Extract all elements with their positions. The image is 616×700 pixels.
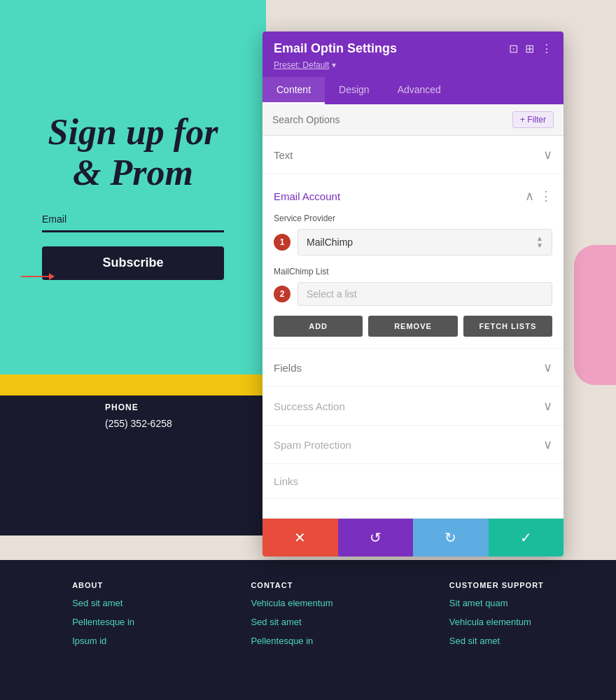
redo-button[interactable]: ↻ bbox=[413, 519, 489, 556]
email-account-dots-icon[interactable]: ⋮ bbox=[540, 188, 552, 204]
save-button[interactable]: ✓ bbox=[489, 519, 564, 556]
phone-block: PHONE (255) 352-6258 bbox=[105, 402, 172, 429]
panel-header-icons: ⊡ ⊞ ⋮ bbox=[509, 42, 552, 55]
footer-contact-link-3[interactable]: Pellentesque in bbox=[251, 636, 332, 646]
add-button[interactable]: ADD bbox=[274, 316, 363, 337]
footer-about-heading: ABOUT bbox=[72, 581, 134, 589]
links-section-row[interactable]: Links bbox=[262, 464, 564, 499]
tab-design[interactable]: Design bbox=[325, 77, 384, 104]
tab-content[interactable]: Content bbox=[262, 77, 325, 104]
service-provider-label: Service Provider bbox=[274, 214, 552, 223]
text-chevron-icon: ∨ bbox=[543, 147, 552, 162]
bottom-bar: ✕ ↺ ↻ ✓ bbox=[262, 518, 564, 556]
fields-section-row[interactable]: Fields ∨ bbox=[262, 349, 564, 387]
email-input-underline bbox=[42, 230, 224, 232]
more-options-icon[interactable]: ⋮ bbox=[541, 42, 552, 55]
footer-contact-heading: CONTACT bbox=[251, 581, 332, 589]
footer-about-link-3[interactable]: Ipsum id bbox=[72, 636, 134, 646]
fetch-lists-button[interactable]: FETCH LISTS bbox=[463, 316, 552, 337]
footer-support-link-3[interactable]: Sed sit amet bbox=[449, 636, 544, 646]
tab-advanced[interactable]: Advanced bbox=[384, 77, 455, 104]
footer-about-link-1[interactable]: Sed sit amet bbox=[72, 598, 134, 608]
footer-support-link-1[interactable]: Sit amet quam bbox=[449, 598, 544, 608]
footer-section: ABOUT Sed sit amet Pellentesque in Ipsum… bbox=[0, 560, 616, 700]
footer-about-link-2[interactable]: Pellentesque in bbox=[72, 617, 134, 627]
hero-title-line2: & Prom bbox=[73, 153, 193, 192]
tabs-row: Content Design Advanced bbox=[262, 77, 564, 104]
service-provider-row: 1 MailChimp ▲ ▼ bbox=[274, 229, 552, 255]
search-input[interactable] bbox=[272, 114, 512, 125]
email-account-content: Service Provider 1 MailChimp ▲ ▼ MailChi… bbox=[262, 214, 564, 348]
preset-label: Preset: Default ▾ bbox=[274, 60, 552, 70]
hero-title: Sign up for & Prom bbox=[27, 112, 239, 192]
filter-button[interactable]: + Filter bbox=[512, 111, 554, 128]
success-action-label: Success Action bbox=[274, 400, 345, 412]
footer-col-support: CUSTOMER SUPPORT Sit amet quam Vehicula … bbox=[449, 581, 544, 679]
panel-content: Text ∨ Email Account ∧ ⋮ Service Provide… bbox=[262, 136, 564, 518]
footer-contact-link-2[interactable]: Sed sit amet bbox=[251, 617, 332, 627]
footer-contact-link-1[interactable]: Vehicula elementum bbox=[251, 598, 332, 608]
subscribe-button[interactable]: Subscribe bbox=[42, 246, 224, 280]
fields-chevron-icon: ∨ bbox=[543, 360, 552, 375]
select-arrows-icon: ▲ ▼ bbox=[536, 235, 543, 249]
email-account-section: Email Account ∧ ⋮ Service Provider 1 Mai… bbox=[262, 178, 564, 349]
remove-button[interactable]: REMOVE bbox=[368, 316, 457, 337]
service-provider-select[interactable]: MailChimp ▲ ▼ bbox=[298, 229, 552, 255]
panel-header: Email Optin Settings ⊡ ⊞ ⋮ Preset: Defau… bbox=[262, 31, 564, 77]
undo-button[interactable]: ↺ bbox=[338, 519, 414, 556]
list-select-row: 2 Select a list bbox=[274, 282, 552, 306]
footer-col-about: ABOUT Sed sit amet Pellentesque in Ipsum… bbox=[72, 581, 134, 679]
email-label: Email bbox=[42, 214, 66, 225]
fields-section-label: Fields bbox=[274, 362, 302, 374]
spam-protection-section-row[interactable]: Spam Protection ∨ bbox=[262, 426, 564, 464]
settings-panel: Email Optin Settings ⊡ ⊞ ⋮ Preset: Defau… bbox=[262, 31, 564, 556]
search-bar: + Filter bbox=[262, 104, 564, 136]
cancel-button[interactable]: ✕ bbox=[262, 519, 338, 556]
panel-title: Email Optin Settings bbox=[274, 41, 397, 56]
spam-protection-chevron-icon: ∨ bbox=[543, 437, 552, 452]
text-section-row[interactable]: Text ∨ bbox=[262, 136, 564, 174]
arrow-head bbox=[49, 273, 55, 280]
footer-support-link-2[interactable]: Vehicula elementum bbox=[449, 617, 544, 627]
mailchimp-list-label: MailChimp List bbox=[274, 267, 552, 276]
select-list-dropdown[interactable]: Select a list bbox=[298, 282, 552, 306]
phone-number: (255) 352-6258 bbox=[105, 418, 172, 429]
email-account-title[interactable]: Email Account bbox=[274, 190, 340, 202]
text-section-label: Text bbox=[274, 149, 293, 161]
email-account-icons: ∧ ⋮ bbox=[525, 188, 552, 204]
links-section-label: Links bbox=[274, 475, 298, 487]
success-action-chevron-icon: ∨ bbox=[543, 398, 552, 414]
arrow-indicator bbox=[21, 273, 55, 280]
success-action-section-row[interactable]: Success Action ∨ bbox=[262, 387, 564, 426]
arrow-line bbox=[21, 276, 49, 277]
footer-support-heading: CUSTOMER SUPPORT bbox=[449, 581, 544, 589]
footer-col-contact: CONTACT Vehicula elementum Sed sit amet … bbox=[251, 581, 332, 679]
step2-badge: 2 bbox=[274, 286, 290, 302]
pink-blob-decoration bbox=[574, 245, 616, 385]
spam-protection-label: Spam Protection bbox=[274, 439, 351, 451]
hero-title-line1: Sign up for bbox=[48, 112, 218, 152]
columns-icon[interactable]: ⊞ bbox=[525, 42, 534, 55]
step1-badge: 1 bbox=[274, 234, 290, 251]
selected-provider-text: MailChimp bbox=[307, 237, 353, 248]
phone-label: PHONE bbox=[105, 402, 172, 412]
yellow-strip bbox=[0, 374, 266, 396]
fullscreen-icon[interactable]: ⊡ bbox=[509, 42, 518, 55]
hero-section: Sign up for & Prom Email Subscribe bbox=[0, 0, 266, 392]
action-buttons: ADD REMOVE FETCH LISTS bbox=[274, 316, 552, 337]
preset-text[interactable]: Preset: Default bbox=[274, 60, 329, 70]
email-account-header: Email Account ∧ ⋮ bbox=[262, 178, 564, 214]
email-account-chevron-up-icon[interactable]: ∧ bbox=[525, 188, 534, 204]
panel-header-top: Email Optin Settings ⊡ ⊞ ⋮ bbox=[274, 41, 552, 56]
